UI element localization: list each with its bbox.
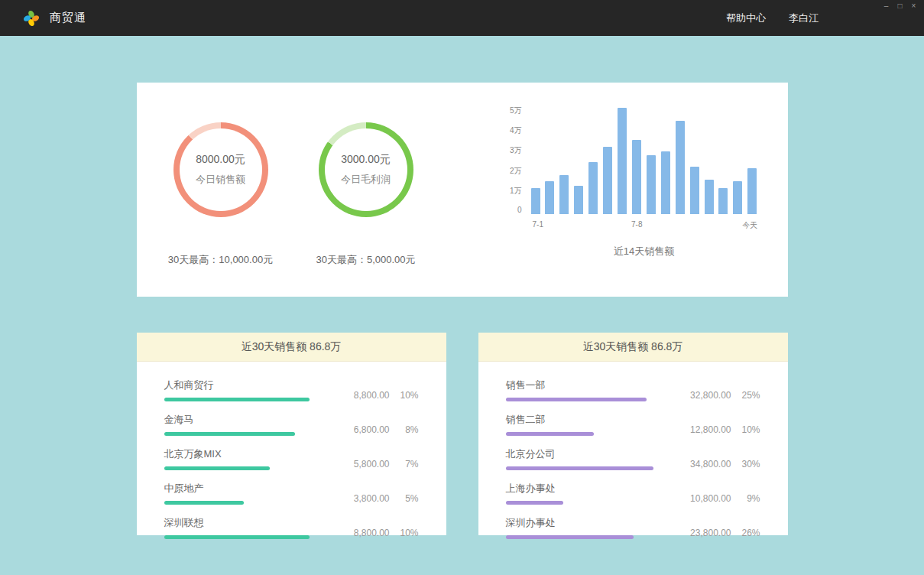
- rank-row-label: 销售二部: [506, 413, 672, 427]
- rank-row-value: 23,800.00: [690, 528, 731, 538]
- bar: [531, 188, 540, 214]
- customer-rank-card-body: 人和商贸行 8,800.00 10% 金海马 6,800.00: [137, 362, 446, 539]
- rank-row-bar: [506, 501, 564, 505]
- today-sales-value: 8000.00元: [196, 153, 245, 167]
- rank-row-value: 6,800.00: [354, 424, 390, 435]
- y-tick-label: 0: [517, 206, 522, 214]
- rank-row: 深圳办事处 23,800.00 26%: [506, 516, 760, 539]
- rank-row-bar: [506, 398, 647, 401]
- rank-row-percent: 10%: [390, 528, 419, 538]
- bar: [632, 140, 641, 214]
- rank-row-percent: 25%: [731, 390, 760, 401]
- rank-row-label: 中原地产: [164, 482, 330, 495]
- today-sales-ring-chart: 8000.00元 今日销售额: [173, 122, 268, 217]
- titlebar: 商贸通 帮助中心 李白江 – □ ×: [0, 0, 924, 36]
- rank-cards-row: 近30天销售额 86.8万 人和商贸行 8,800.00 10% 金海马: [137, 333, 788, 535]
- bar-chart-xticks: 7-17-8今天: [531, 214, 757, 234]
- daily-sales-bar-chart: 5万4万3万2万1万0 7-17-8今天 近14天销售额: [439, 83, 788, 297]
- rank-row-percent: 5%: [390, 493, 419, 504]
- today-sales-label: 今日销售额: [196, 173, 245, 187]
- rank-row-value: 8,800.00: [354, 528, 390, 538]
- rank-row-percent: 10%: [731, 424, 760, 435]
- x-tick-label: 7-8: [631, 220, 642, 229]
- rank-row-percent: 8%: [390, 424, 419, 435]
- bar: [603, 147, 612, 214]
- rank-row-bar: [506, 535, 634, 539]
- user-menu[interactable]: 李白江: [789, 11, 819, 25]
- rank-row-label: 人和商贸行: [164, 378, 330, 392]
- rank-row-label: 销售一部: [506, 378, 672, 392]
- rank-row-label: 深圳办事处: [506, 516, 672, 530]
- window-controls: – □ ×: [880, 2, 919, 11]
- rank-row-label: 北京分公司: [506, 447, 672, 461]
- bar-chart-plot: [531, 106, 757, 214]
- y-tick-label: 4万: [510, 125, 522, 136]
- today-profit-ring-chart: 3000.00元 今日毛利润: [319, 122, 413, 217]
- bar: [733, 181, 742, 214]
- rank-row-percent: 26%: [731, 528, 760, 538]
- rank-row-bar: [164, 535, 310, 539]
- customer-sales-rank-card: 近30天销售额 86.8万 人和商贸行 8,800.00 10% 金海马: [137, 333, 446, 535]
- today-profit-ring-block: 3000.00元 今日毛利润 30天最高：5,000.00元: [293, 83, 439, 297]
- rank-row-percent: 30%: [731, 459, 760, 469]
- app-logo-pinwheel-icon: [23, 10, 40, 27]
- today-profit-30day-max: 30天最高：5,000.00元: [316, 253, 415, 267]
- rank-row: 深圳联想 8,800.00 10%: [164, 516, 419, 539]
- help-center-link[interactable]: 帮助中心: [726, 11, 766, 25]
- window-maximize-button[interactable]: □: [894, 2, 906, 11]
- y-tick-label: 5万: [510, 106, 522, 116]
- department-rank-card-title: 近30天销售额 86.8万: [478, 333, 788, 362]
- rank-row: 北京万象MIX 5,800.00 7%: [164, 447, 419, 470]
- rank-row-value: 8,800.00: [354, 390, 390, 401]
- bar: [661, 151, 670, 214]
- dashboard-main: 8000.00元 今日销售额 30天最高：10,000.00元 3000.00元…: [137, 83, 788, 535]
- rank-row: 金海马 6,800.00 8%: [164, 413, 419, 436]
- rank-row-value: 12,800.00: [690, 424, 731, 435]
- window-minimize-button[interactable]: –: [880, 2, 892, 11]
- rank-row-value: 32,800.00: [690, 390, 731, 401]
- rank-row: 人和商贸行 8,800.00 10%: [164, 378, 419, 401]
- bar-chart-caption: 近14天销售额: [531, 245, 757, 258]
- bar: [588, 162, 598, 214]
- today-profit-ring-center: 3000.00元 今日毛利润: [325, 128, 407, 211]
- bar: [618, 108, 627, 214]
- window-close-button[interactable]: ×: [908, 2, 919, 11]
- y-tick-label: 1万: [510, 186, 522, 197]
- rank-row-label: 上海办事处: [506, 482, 672, 495]
- rank-row-bar: [164, 501, 244, 505]
- rank-row-label: 金海马: [164, 413, 330, 427]
- y-tick-label: 3万: [510, 145, 522, 156]
- today-profit-label: 今日毛利润: [341, 173, 391, 187]
- department-sales-rank-card: 近30天销售额 86.8万 销售一部 32,800.00 25% 销售二部: [478, 333, 788, 535]
- rank-row: 销售二部 12,800.00 10%: [506, 413, 760, 436]
- today-sales-30day-max: 30天最高：10,000.00元: [168, 253, 273, 267]
- rank-row-value: 5,800.00: [354, 459, 390, 469]
- bar: [647, 155, 656, 214]
- rank-row-bar: [164, 466, 271, 470]
- today-sales-ring-center: 8000.00元 今日销售额: [180, 128, 262, 211]
- rank-row-value: 3,800.00: [354, 493, 390, 504]
- today-profit-value: 3000.00元: [341, 153, 391, 167]
- rank-row: 上海办事处 10,800.00 9%: [506, 482, 760, 505]
- rank-row-label: 北京万象MIX: [164, 447, 330, 461]
- x-tick-label: 今天: [742, 220, 757, 231]
- rank-row: 销售一部 32,800.00 25%: [506, 378, 760, 401]
- bar: [690, 167, 699, 214]
- bar: [545, 181, 554, 214]
- overview-card: 8000.00元 今日销售额 30天最高：10,000.00元 3000.00元…: [137, 83, 788, 297]
- department-rank-card-body: 销售一部 32,800.00 25% 销售二部 12,800.00: [478, 362, 788, 539]
- bar: [676, 121, 685, 214]
- rank-row: 中原地产 3,800.00 5%: [164, 482, 419, 505]
- customer-rank-card-title: 近30天销售额 86.8万: [137, 333, 446, 362]
- bar: [705, 180, 714, 214]
- x-tick-label: 7-1: [533, 220, 543, 229]
- rank-row-bar: [164, 398, 310, 401]
- rank-row-percent: 7%: [390, 459, 419, 469]
- bar: [718, 188, 728, 214]
- rank-row-label: 深圳联想: [164, 516, 330, 530]
- rank-row: 北京分公司 34,800.00 30%: [506, 447, 760, 470]
- bar: [747, 168, 757, 214]
- y-tick-label: 2万: [510, 166, 522, 177]
- rank-row-value: 10,800.00: [690, 493, 731, 504]
- app-title: 商贸通: [50, 11, 86, 25]
